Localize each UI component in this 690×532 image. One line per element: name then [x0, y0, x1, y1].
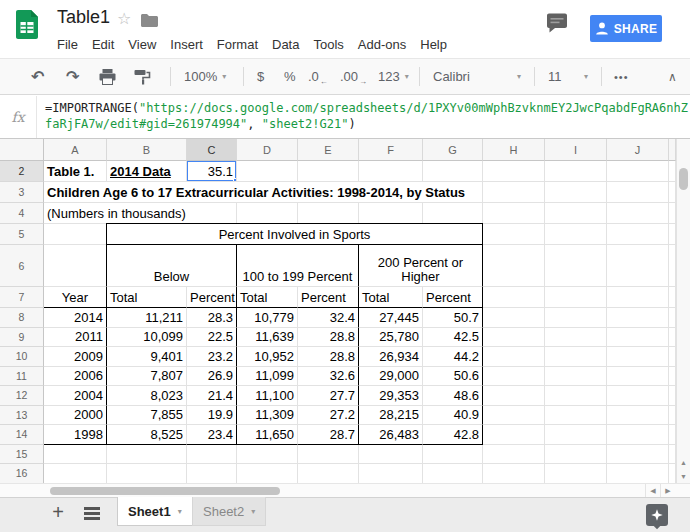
chevron-down-icon[interactable]: ▾ [251, 507, 255, 516]
cell-H2[interactable] [483, 161, 545, 182]
row-header-9[interactable]: 9 [0, 328, 44, 348]
cell-C7[interactable]: Percent [187, 287, 237, 308]
document-title[interactable]: Table1 [57, 7, 110, 28]
cell-G15[interactable] [423, 445, 483, 465]
cell-E13[interactable]: 27.2 [298, 406, 359, 426]
cell-B9[interactable]: 10,099 [106, 328, 187, 348]
column-header-D[interactable]: D [237, 139, 298, 161]
cell-I2[interactable] [545, 161, 607, 182]
cell-I10[interactable] [545, 347, 607, 367]
menu-data[interactable]: Data [272, 37, 299, 52]
chevron-down-icon[interactable]: ▾ [178, 507, 182, 516]
row-header-11[interactable]: 11 [0, 367, 44, 387]
row-header-16[interactable]: 16 [0, 464, 44, 483]
cell-I9[interactable] [545, 328, 607, 348]
cell-B11[interactable]: 7,807 [106, 367, 187, 387]
cell-B5[interactable]: Percent Involved in Sports [106, 223, 483, 245]
grid-corner[interactable] [0, 139, 44, 161]
row-header-3[interactable]: 3 [0, 182, 44, 203]
zoom-select[interactable]: 100% ▾ [184, 59, 226, 94]
row-header-8[interactable]: 8 [0, 308, 44, 328]
explore-button[interactable] [646, 504, 668, 526]
cell-C2[interactable]: 35.1 [187, 161, 237, 182]
cell-F7[interactable]: Total [358, 287, 423, 308]
cell-I7[interactable] [545, 287, 607, 308]
cell-G10[interactable]: 44.2 [423, 347, 483, 367]
cell-H13[interactable] [483, 406, 545, 426]
cell-B6[interactable]: Below [106, 245, 237, 287]
cell-D7[interactable]: Total [236, 287, 298, 308]
cell-F16[interactable] [359, 464, 423, 483]
cell-F12[interactable]: 29,353 [358, 386, 423, 406]
menu-format[interactable]: Format [217, 37, 258, 52]
cell-A12[interactable]: 2004 [44, 386, 107, 406]
cell-F2[interactable] [359, 161, 423, 182]
cell-C16[interactable] [187, 464, 237, 483]
cell-J11[interactable] [607, 367, 669, 387]
cell-A16[interactable] [44, 464, 107, 483]
star-icon[interactable]: ☆ [117, 9, 131, 28]
cell-B8[interactable]: 11,211 [106, 308, 187, 328]
cell-H5[interactable] [483, 224, 545, 245]
cell-D10[interactable]: 10,952 [236, 347, 298, 367]
cell-F9[interactable]: 25,780 [358, 328, 423, 348]
vertical-scrollbar[interactable]: ▲ ▼ [676, 139, 690, 483]
cell-D11[interactable]: 11,099 [236, 367, 298, 387]
format-percent-button[interactable]: % [284, 59, 296, 94]
cell-I11[interactable] [545, 367, 607, 387]
row-header-5[interactable]: 5 [0, 224, 44, 245]
cell-H10[interactable] [483, 347, 545, 367]
cell-H3[interactable] [483, 182, 545, 203]
column-header-F[interactable]: F [359, 139, 423, 161]
cell-G9[interactable]: 42.5 [423, 328, 483, 348]
scroll-up-button[interactable]: ▲ [677, 455, 690, 469]
cell-I5[interactable] [545, 224, 607, 245]
column-header-I[interactable]: I [545, 139, 607, 161]
cell-C13[interactable]: 19.9 [187, 406, 237, 426]
cell-A8[interactable]: 2014 [44, 308, 107, 328]
tab-sheet2[interactable]: Sheet2 ▾ [192, 497, 266, 526]
row-header-14[interactable]: 14 [0, 425, 44, 445]
menu-view[interactable]: View [128, 37, 156, 52]
cell-A5[interactable] [44, 224, 107, 245]
column-header-B[interactable]: B [107, 139, 187, 161]
cell-B10[interactable]: 9,401 [106, 347, 187, 367]
cell-A11[interactable]: 2006 [44, 367, 107, 387]
menu-tools[interactable]: Tools [313, 37, 343, 52]
font-size-select[interactable]: 11 ▾ [548, 59, 588, 94]
cell-A2[interactable]: Table 1. [44, 161, 107, 182]
cell-I16[interactable] [545, 464, 607, 483]
row-header-15[interactable]: 15 [0, 445, 44, 465]
cell-A13[interactable]: 2000 [44, 406, 107, 426]
cell-A9[interactable]: 2011 [44, 328, 107, 348]
horizontal-scrollbar[interactable]: ◀ ▶ [0, 483, 690, 497]
cell-J7[interactable] [607, 287, 669, 308]
menu-help[interactable]: Help [420, 37, 447, 52]
cell-C15[interactable] [187, 445, 237, 465]
cell-G11[interactable]: 50.6 [423, 367, 483, 387]
cell-I4[interactable] [545, 203, 607, 224]
cell-I14[interactable] [545, 425, 607, 445]
cell-D6[interactable]: 100 to 199 Percent [236, 245, 359, 287]
scroll-down-button[interactable]: ▼ [677, 469, 690, 483]
cell-J6[interactable] [607, 245, 669, 287]
cell-E11[interactable]: 32.6 [298, 367, 359, 387]
cell-B15[interactable] [107, 445, 187, 465]
cell-D9[interactable]: 11,639 [236, 328, 298, 348]
horizontal-scrollbar-thumb[interactable] [50, 487, 280, 495]
cell-E7[interactable]: Percent [298, 287, 359, 308]
menu-addons[interactable]: Add-ons [358, 37, 406, 52]
cell-C12[interactable]: 21.4 [187, 386, 237, 406]
cell-J3[interactable] [607, 182, 669, 203]
row-header-7[interactable]: 7 [0, 287, 44, 308]
cell-G16[interactable] [423, 464, 483, 483]
cell-J5[interactable] [607, 224, 669, 245]
cell-E10[interactable]: 28.8 [298, 347, 359, 367]
cell-B13[interactable]: 7,855 [106, 406, 187, 426]
cell-E2[interactable] [298, 161, 359, 182]
column-header-H[interactable]: H [483, 139, 545, 161]
cell-H16[interactable] [483, 464, 545, 483]
cell-D16[interactable] [237, 464, 298, 483]
cell-H15[interactable] [483, 445, 545, 465]
cell-D8[interactable]: 10,779 [236, 308, 298, 328]
